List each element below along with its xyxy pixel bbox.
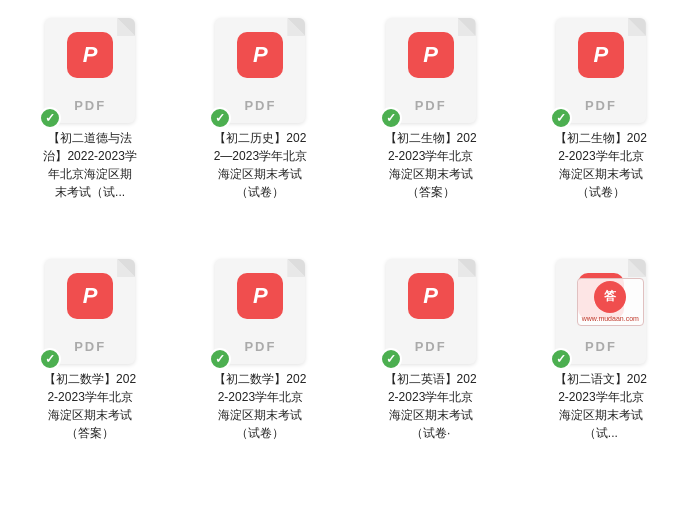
- list-item[interactable]: PPDF【初二历史】2022—2023学年北京海淀区期末考试（试卷）: [180, 18, 340, 249]
- list-item[interactable]: PPDF【初二英语】2022-2023学年北京海淀区期末考试（试卷·: [351, 259, 511, 490]
- list-item[interactable]: PPDF答www.mudaan.com【初二语文】2022-2023学年北京海淀…: [521, 259, 681, 490]
- file-grid: PPDF【初二道德与法治】2022-2023学年北京海淀区期末考试（试...PP…: [0, 0, 691, 508]
- file-label: 【初二数学】2022-2023学年北京海淀区期末考试（试卷）: [213, 370, 308, 442]
- pdf-label: PDF: [74, 98, 106, 113]
- file-label: 【初二历史】2022—2023学年北京海淀区期末考试（试卷）: [213, 129, 308, 201]
- watermark-circle-icon: 答: [594, 281, 626, 313]
- check-badge-icon: [39, 107, 61, 129]
- file-label: 【初二英语】2022-2023学年北京海淀区期末考试（试卷·: [383, 370, 478, 442]
- pdf-label: PDF: [415, 339, 447, 354]
- pdf-logo-icon: P: [408, 273, 454, 319]
- watermark-url: www.mudaan.com: [582, 314, 639, 323]
- check-badge-icon: [550, 348, 572, 370]
- pdf-logo-icon: P: [67, 32, 113, 78]
- pdf-label: PDF: [74, 339, 106, 354]
- check-badge-icon: [209, 348, 231, 370]
- list-item[interactable]: PPDF【初二道德与法治】2022-2023学年北京海淀区期末考试（试...: [10, 18, 170, 249]
- file-label: 【初二生物】2022-2023学年北京海淀区期末考试（答案）: [383, 129, 478, 201]
- check-badge-icon: [380, 348, 402, 370]
- file-label: 【初二数学】2022-2023学年北京海淀区期末考试（答案）: [43, 370, 138, 442]
- check-badge-icon: [209, 107, 231, 129]
- list-item[interactable]: PPDF【初二数学】2022-2023学年北京海淀区期末考试（试卷）: [180, 259, 340, 490]
- list-item[interactable]: PPDF【初二数学】2022-2023学年北京海淀区期末考试（答案）: [10, 259, 170, 490]
- file-label: 【初二生物】2022-2023学年北京海淀区期末考试（试卷）: [553, 129, 648, 201]
- file-label: 【初二道德与法治】2022-2023学年北京海淀区期末考试（试...: [43, 129, 138, 201]
- pdf-label: PDF: [585, 339, 617, 354]
- list-item[interactable]: PPDF【初二生物】2022-2023学年北京海淀区期末考试（试卷）: [521, 18, 681, 249]
- pdf-logo-icon: P: [237, 273, 283, 319]
- pdf-label: PDF: [244, 339, 276, 354]
- pdf-label: PDF: [244, 98, 276, 113]
- pdf-logo-icon: P: [67, 273, 113, 319]
- pdf-label: PDF: [585, 98, 617, 113]
- check-badge-icon: [380, 107, 402, 129]
- pdf-logo-icon: P: [408, 32, 454, 78]
- list-item[interactable]: PPDF【初二生物】2022-2023学年北京海淀区期末考试（答案）: [351, 18, 511, 249]
- pdf-logo-icon: P: [237, 32, 283, 78]
- watermark-badge: 答www.mudaan.com: [577, 278, 644, 326]
- check-badge-icon: [550, 107, 572, 129]
- pdf-logo-icon: P: [578, 32, 624, 78]
- pdf-label: PDF: [415, 98, 447, 113]
- check-badge-icon: [39, 348, 61, 370]
- file-label: 【初二语文】2022-2023学年北京海淀区期末考试（试...: [553, 370, 648, 442]
